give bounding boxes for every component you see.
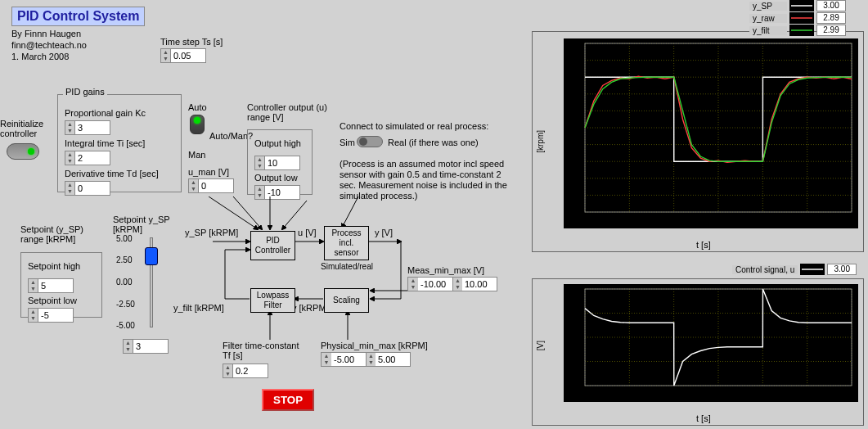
setpoint-slider[interactable]: 5.00 2.50 0.00 -2.50 -5.00: [137, 237, 165, 336]
filter-label: Filter time-constant Tf [s]: [223, 341, 299, 360]
svg-text:3: 3: [577, 72, 582, 81]
date-label: 1. March 2008: [11, 52, 69, 61]
gain-td-field[interactable]: ▲▼: [65, 181, 110, 196]
sig-y-filt: y_filt [kRPM]: [173, 303, 224, 313]
svg-text:30.0: 30.0: [843, 214, 858, 224]
chart-panel-1: [krpm] -5-4-3-2-10123450.05.010.015.020.…: [532, 31, 864, 252]
reinitialize-button[interactable]: [7, 143, 39, 160]
phys-min-input[interactable]: [331, 353, 366, 366]
sig-y: y [V]: [375, 228, 393, 237]
svg-text:0: 0: [577, 332, 582, 341]
auto-man-toggle[interactable]: [190, 115, 205, 134]
process-block-sub: Simulated/real: [321, 262, 373, 271]
setpoint-value-input[interactable]: [133, 340, 168, 353]
svg-text:5.0: 5.0: [623, 388, 635, 397]
svg-text:-1: -1: [574, 140, 582, 149]
time-step-input[interactable]: [171, 49, 205, 62]
svg-text:0.0: 0.0: [579, 214, 591, 224]
sim-label: Sim: [340, 138, 355, 147]
sp-range-group: Setpoint high ▲▼ Setpoint low ▲▼: [20, 252, 102, 318]
svg-text:5: 5: [577, 309, 582, 318]
sp-low-input[interactable]: [38, 309, 73, 322]
meas-field[interactable]: ▲▼ ▲▼: [407, 277, 497, 291]
sig-y-krpm: y [kRPM]: [292, 303, 329, 313]
lowpass-block: Lowpass Filter: [250, 288, 295, 313]
filter-field[interactable]: ▲▼: [223, 364, 268, 378]
process-note: (Process is an assumed motor incl speed …: [340, 159, 511, 201]
chart1-xlabel: t [s]: [696, 240, 711, 250]
svg-text:2: 2: [577, 89, 582, 98]
time-step-field[interactable]: ▲▼: [160, 48, 206, 63]
svg-text:-4: -4: [574, 190, 582, 199]
stop-button[interactable]: STOP: [262, 389, 314, 411]
svg-text:-5: -5: [574, 357, 582, 366]
chart1-legend: y_SP 3.00 y_raw 2.89 y_filt 2.99: [749, 0, 846, 36]
out-low-label: Output low: [254, 173, 305, 183]
spin-up-icon[interactable]: ▲: [161, 49, 170, 56]
sp-low-field[interactable]: ▲▼: [28, 308, 74, 323]
auto-label: Auto: [188, 102, 207, 112]
phys-label: Physical_min_max [kRPM]: [321, 341, 428, 350]
gain-ti-input[interactable]: [75, 151, 110, 165]
svg-line-4: [342, 196, 358, 228]
legend-row-yfilt: y_filt 2.99: [749, 25, 846, 36]
u-man-input[interactable]: [199, 179, 233, 192]
svg-text:10.0: 10.0: [666, 214, 682, 224]
svg-text:4: 4: [577, 56, 582, 65]
meas-max-input[interactable]: [462, 278, 497, 291]
sp-range-title: Setpoint (y_SP) range [kRPM]: [20, 224, 83, 244]
gain-kc-input[interactable]: [75, 121, 110, 134]
chart2-legend: Control signal, u 3.00: [732, 264, 857, 275]
filter-input[interactable]: [233, 364, 268, 377]
svg-line-1: [233, 196, 262, 229]
svg-text:0.0: 0.0: [579, 388, 591, 397]
time-step-label: Time step Ts [s]: [160, 37, 223, 47]
svg-text:5.0: 5.0: [623, 214, 635, 224]
man-label: Man: [188, 150, 205, 160]
sp-high-field[interactable]: ▲▼: [28, 278, 74, 293]
gain-td-input[interactable]: [75, 182, 110, 195]
chart2-xlabel: t [s]: [696, 413, 711, 423]
svg-text:20.0: 20.0: [755, 388, 771, 397]
sig-y-sp: y_SP [kRPM]: [185, 228, 238, 237]
spin-down-icon[interactable]: ▼: [161, 56, 170, 62]
out-high-label: Output high: [254, 138, 305, 148]
sp-high-input[interactable]: [38, 279, 73, 292]
u-man-field[interactable]: ▲▼: [188, 178, 234, 193]
out-high-input[interactable]: [265, 156, 299, 169]
svg-text:15.0: 15.0: [710, 214, 726, 224]
chart-panel-2: [V] -10-505100.05.010.015.020.025.030.0 …: [532, 278, 864, 426]
svg-text:25.0: 25.0: [799, 388, 816, 397]
svg-text:15.0: 15.0: [710, 388, 726, 397]
slider-thumb[interactable]: [145, 247, 158, 265]
svg-text:30.0: 30.0: [843, 388, 858, 397]
reinit-label: Reinitialize controller: [0, 119, 43, 138]
scaling-block: Scaling: [324, 288, 369, 313]
ctrl-out-title: Controller output (u) range [V]: [247, 102, 327, 122]
real-label: Real (if there was one): [388, 138, 479, 147]
meas-min-input[interactable]: [418, 278, 452, 291]
phys-max-input[interactable]: [376, 353, 410, 366]
gain-ti-field[interactable]: ▲▼: [65, 151, 110, 165]
pid-gains-title: PID gains: [63, 87, 107, 97]
slider-label: Setpoint y_SP [kRPM]: [113, 214, 170, 234]
ctrl-out-group: Output high ▲▼ Output low ▲▼: [247, 129, 313, 195]
pid-gains-group: PID gains Proportional gain Kc ▲▼ Integr…: [57, 94, 182, 192]
connect-label: Connect to simulated or real process:: [340, 121, 488, 131]
process-block: Process incl. sensor: [324, 226, 369, 260]
svg-text:10: 10: [573, 284, 582, 293]
pid-block: PID Controller: [250, 231, 295, 260]
gain-kc-field[interactable]: ▲▼: [65, 120, 110, 135]
chart1-ylabel: [krpm]: [536, 130, 545, 153]
chart2-plot: -10-505100.05.010.015.020.025.030.0: [564, 284, 858, 402]
out-high-field[interactable]: ▲▼: [254, 156, 300, 170]
phys-field[interactable]: ▲▼ ▲▼: [321, 352, 411, 367]
u-man-label: u_man [V]: [188, 167, 229, 177]
legend-row-ysp: y_SP 3.00: [749, 0, 846, 11]
sp-high-label: Setpoint high: [28, 261, 95, 271]
setpoint-value-field[interactable]: ▲▼: [123, 339, 169, 354]
sim-real-toggle[interactable]: [357, 136, 383, 147]
svg-text:-2: -2: [574, 156, 582, 165]
legend-row-yraw: y_raw 2.89: [749, 12, 846, 24]
page-title: PID Control System: [11, 7, 145, 26]
